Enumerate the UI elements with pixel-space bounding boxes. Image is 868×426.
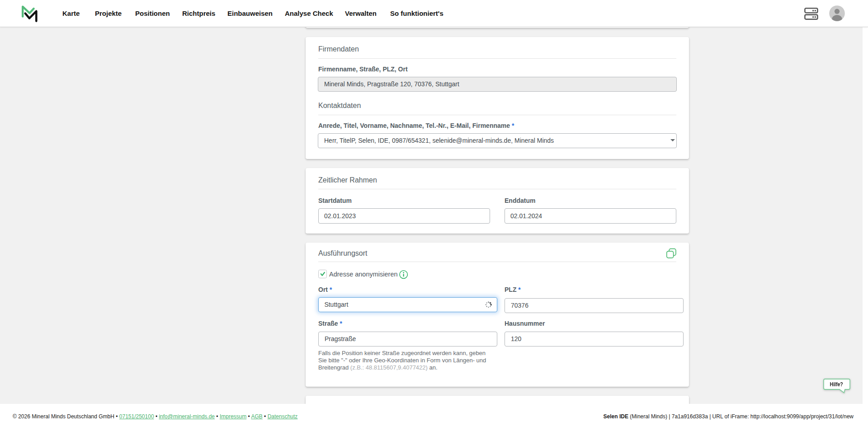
svg-text:Hilfe?: Hilfe?	[830, 381, 843, 388]
